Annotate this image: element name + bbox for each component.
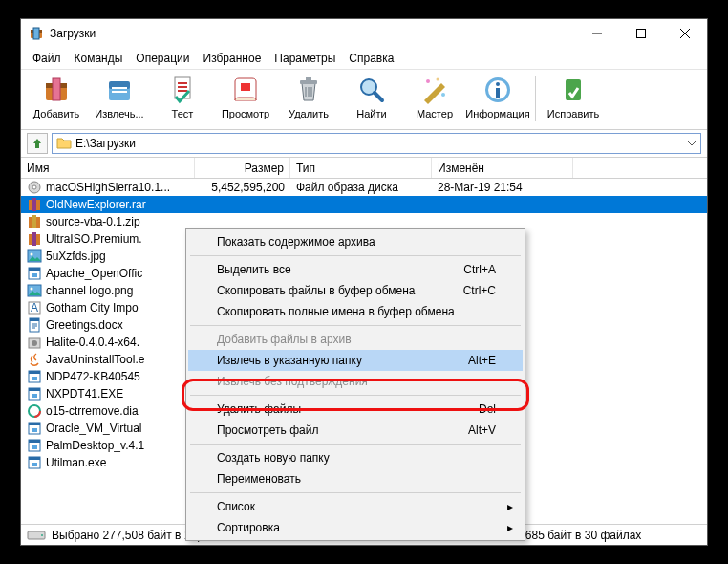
ctx-item[interactable]: Создать новую папку [188,447,523,468]
menu-favorites[interactable]: Избранное [198,50,268,67]
toolbar-del[interactable]: Удалить [279,74,338,119]
find-icon [355,74,388,106]
svg-rect-2 [33,28,39,39]
svg-rect-14 [241,83,250,91]
col-mod[interactable]: Изменён [432,158,573,178]
menu-options[interactable]: Параметры [268,50,341,67]
svg-point-27 [32,185,36,189]
svg-rect-48 [29,371,40,374]
ctx-item[interactable]: Выделить всеCtrl+A [188,259,523,280]
col-size[interactable]: Размер [195,158,290,178]
fix-icon [557,74,589,106]
toolbar-label: Удалить [289,108,329,119]
svg-point-23 [496,82,500,86]
close-button[interactable] [663,19,707,48]
up-button[interactable] [27,133,48,154]
file-name: o15-ctrremove.dia [46,404,195,418]
ctx-item[interactable]: Скопировать файлы в буфер обменаCtrl+C [188,280,523,301]
menu-operations[interactable]: Операции [130,50,195,67]
svg-rect-63 [32,463,37,466]
ctx-shortcut: Alt+V [468,423,496,437]
ctx-item: Извлечь без подтверждения [188,371,523,392]
ctx-label: Просмотреть файл [217,423,318,437]
test-icon [166,74,199,106]
menu-help[interactable]: Справка [343,50,399,67]
path-text: E:\Загрузки [75,137,136,150]
svg-point-35 [31,253,33,256]
ctx-item[interactable]: Удалить файлыDel [188,399,523,420]
winrar-window: Загрузки Файл Команды Операции Избранное… [20,18,708,546]
toolbar-label: Найти [356,108,386,119]
file-icon [27,369,42,384]
file-icon [27,386,42,401]
view-icon [229,74,262,106]
ctx-item[interactable]: Просмотреть файлAlt+V [188,420,523,441]
path-field[interactable]: E:\Загрузки [52,133,701,154]
menu-commands[interactable]: Команды [69,50,129,67]
file-size: 5,452,595,200 [195,181,290,194]
file-icon [27,403,42,419]
ctx-label: Переименовать [217,472,301,486]
pathbar: E:\Загрузки [21,130,707,158]
menu-separator [190,444,521,445]
svg-point-20 [437,78,439,81]
ctx-item[interactable]: Список▸ [188,496,523,517]
file-icon [27,438,42,453]
file-name: channel logo.png [46,284,195,297]
file-name: Utilman.exe [46,456,195,469]
menubar: Файл Команды Операции Избранное Параметр… [21,48,707,70]
svg-rect-57 [32,428,37,432]
svg-rect-31 [32,215,36,228]
svg-rect-4 [637,30,646,38]
toolbar-view[interactable]: Просмотр [216,74,275,119]
ctx-label: Создать новую папку [217,451,330,465]
ctx-item[interactable]: Скопировать полные имена в буфер обмена [188,301,523,322]
ctx-shortcut: Alt+E [468,354,496,367]
ctx-item[interactable]: Извлечь в указанную папкуAlt+E [188,350,523,371]
menu-file[interactable]: Файл [27,50,67,67]
ctx-label: Скопировать файлы в буфер обмена [217,284,415,297]
file-name: Apache_OpenOffic [46,267,195,280]
menu-separator [190,255,521,256]
ctx-item[interactable]: Показать содержимое архива [188,231,523,252]
toolbar-find[interactable]: Найти [342,74,401,119]
ctx-label: Добавить файлы в архив [217,333,352,346]
svg-rect-56 [29,423,40,425]
svg-rect-11 [112,87,127,89]
ctx-label: Показать содержимое архива [217,235,375,249]
svg-rect-44 [30,318,39,321]
toolbar-ext[interactable]: Извлечь... [90,74,149,119]
file-icon [27,352,42,367]
ctx-shortcut: Ctrl+C [463,284,496,297]
toolbar-info[interactable]: Информация [468,74,527,119]
toolbar-label: Мастер [417,108,453,119]
col-type[interactable]: Тип [290,158,432,178]
toolbar-test[interactable]: Тест [153,74,212,119]
ctx-item[interactable]: Переименовать [188,468,523,489]
info-icon [482,74,514,106]
ctx-label: Скопировать полные имена в буфер обмена [217,305,455,318]
toolbar-add[interactable]: Добавить [27,74,86,119]
file-name: NXPDT41.EXE [46,387,195,401]
minimize-button[interactable] [575,19,619,48]
file-icon [27,317,42,333]
menu-separator [190,325,521,326]
svg-rect-60 [32,445,37,449]
ctx-item[interactable]: Сортировка▸ [188,517,523,538]
file-name: PalmDesktop_v.4.1 [46,439,195,452]
file-row[interactable]: OldNewExplorer.rar [21,196,707,213]
chevron-down-icon[interactable] [687,139,696,148]
file-icon: A [27,300,42,315]
svg-rect-7 [53,78,60,100]
file-icon [27,249,42,264]
ctx-shortcut: Del [479,402,496,416]
window-title: Загрузки [50,27,575,40]
maximize-button[interactable] [619,19,663,48]
toolbar-wiz[interactable]: Мастер [405,74,464,119]
file-row[interactable]: macOSHighSierra10.1...5,452,595,200Файл … [21,179,707,196]
svg-rect-33 [32,232,36,246]
toolbar-fix[interactable]: Исправить [544,74,603,119]
col-name[interactable]: Имя [21,158,195,178]
svg-point-40 [31,288,33,291]
ctx-item: Добавить файлы в архив [188,329,523,350]
